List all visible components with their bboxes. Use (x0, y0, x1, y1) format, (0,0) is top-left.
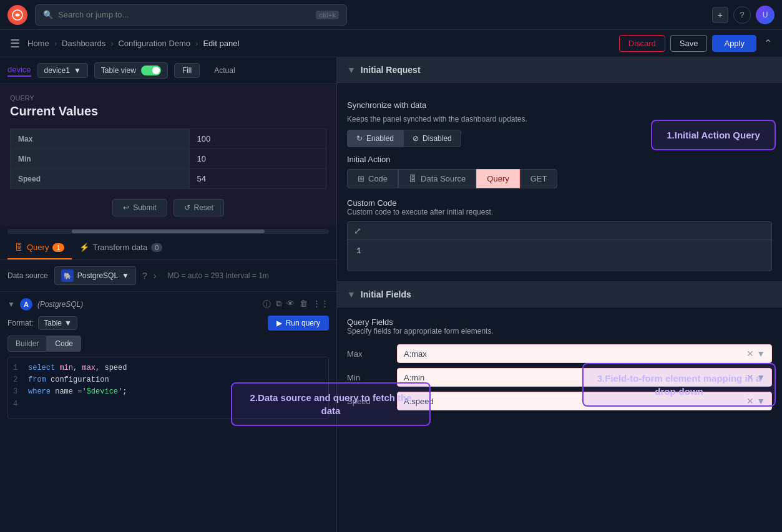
arrow-button[interactable]: › (154, 271, 157, 281)
query-row-header: ▼ A (PostgreSQL) ⓘ ⧉ 👁 🗑 ⋮⋮ (7, 298, 329, 311)
initial-request-header[interactable]: ▼ Initial Request (337, 57, 782, 83)
custom-code-desc: Custom code to execute after initial req… (347, 208, 772, 216)
expand-icon[interactable]: ⤢ (354, 226, 361, 236)
fill-button[interactable]: Fill (174, 63, 200, 78)
callout-3: 3.Field-to-form element mapping in a dro… (582, 363, 776, 407)
disabled-button[interactable]: ⊘ Disabled (403, 130, 461, 147)
builder-tabs: Builder Code (7, 336, 329, 352)
menu-button[interactable]: ☰ (10, 37, 20, 51)
app-logo[interactable] (7, 5, 27, 25)
transform-tab[interactable]: ⚡ Transform data 0 (72, 236, 170, 259)
action-tab-get[interactable]: GET (520, 169, 558, 188)
enabled-label: Enabled (366, 134, 394, 143)
table-row-min: Min 10 (11, 149, 326, 169)
horizontal-scrollbar[interactable] (7, 229, 329, 234)
reset-button[interactable]: ↺ Reset (174, 199, 224, 216)
device-value: device1 (44, 66, 70, 75)
save-button[interactable]: Save (670, 35, 708, 52)
field-clear-max[interactable]: ✕ (746, 349, 754, 359)
eye-icon[interactable]: 👁 (286, 299, 295, 310)
breadcrumb-config-demo[interactable]: Configuration Demo (118, 39, 190, 48)
actual-button[interactable]: Actual (206, 63, 243, 78)
query-tab-badge: 1 (52, 243, 64, 252)
database-icon: 🗄 (15, 243, 23, 252)
query-tabs: 🗄 Query 1 ⚡ Transform data 0 (0, 236, 336, 260)
preview-table: Max 100 Min 10 Speed 54 (10, 128, 326, 189)
action-tab-datasource[interactable]: 🗄 Data Source (398, 169, 476, 188)
query-tab[interactable]: 🗄 Query 1 (7, 236, 72, 259)
copy-icon[interactable]: ⧉ (276, 299, 281, 310)
code-editor-toolbar: ⤢ (348, 222, 771, 240)
sync-section: Synchronize with data Keeps the panel sy… (337, 83, 782, 282)
disabled-label: Disabled (423, 134, 452, 143)
topbar-right: + ? U (712, 6, 775, 24)
navbar: ☰ Home › Dashboards › Configuration Demo… (0, 30, 782, 57)
code-icon: ⊞ (358, 174, 364, 183)
avatar[interactable]: U (756, 6, 775, 24)
info-icon[interactable]: ⓘ (263, 299, 271, 310)
submit-label: Submit (133, 203, 156, 212)
delete-icon[interactable]: 🗑 (300, 299, 308, 310)
sync-label: Synchronize with data (347, 100, 772, 110)
breadcrumb-home[interactable]: Home (27, 39, 49, 48)
datasource-selector[interactable]: 🐘 PostgreSQL ▼ (54, 266, 136, 285)
custom-code-label: Custom Code (347, 198, 772, 208)
action-tabs: ⊞ Code 🗄 Data Source Query GET (347, 169, 772, 188)
left-panel: device device1 ▼ Table view Fill Actual … (0, 57, 337, 532)
device-selector[interactable]: device1 ▼ (37, 63, 88, 78)
format-selector[interactable]: Table ▼ (38, 316, 77, 330)
main-layout: device device1 ▼ Table view Fill Actual … (0, 57, 782, 532)
callout-1: 1.Initial Action Query (651, 120, 776, 150)
collapse-button[interactable]: ⌃ (764, 35, 772, 52)
table-cell-speed-label: Speed (11, 169, 190, 189)
table-cell-max-value: 100 (189, 129, 326, 149)
toggle-switch[interactable] (141, 65, 161, 75)
reset-label: Reset (194, 203, 213, 212)
action-tab-query[interactable]: Query (476, 169, 519, 188)
initial-fields-title: Initial Fields (361, 289, 411, 299)
pause-icon: ⊘ (413, 134, 419, 143)
expand-icon[interactable]: ▼ (7, 300, 15, 309)
code-line-1: 1 select min, max, speed (13, 362, 323, 374)
chevron-down-icon: ▼ (347, 289, 356, 299)
preview-title: Current Values (10, 104, 326, 118)
builder-tab[interactable]: Builder (7, 336, 47, 352)
table-cell-speed-value: 54 (189, 169, 326, 189)
initial-fields-header[interactable]: ▼ Initial Fields (337, 282, 782, 307)
chevron-down-icon[interactable]: ▼ (756, 349, 765, 359)
code-tab[interactable]: Code (47, 336, 81, 352)
format-value: Table (44, 319, 62, 327)
discard-button[interactable]: Discard (619, 35, 665, 52)
submit-button[interactable]: ↩ Submit (112, 199, 167, 216)
action-tab-code-label: Code (368, 174, 388, 183)
breadcrumb-dashboards[interactable]: Dashboards (62, 39, 105, 48)
breadcrumb-current: Edit panel (203, 39, 239, 48)
field-value-max[interactable]: A:max ✕ ▼ (397, 344, 772, 363)
chevron-down-icon: ▼ (64, 319, 72, 327)
refresh-icon: ↻ (356, 134, 363, 143)
help-query-button[interactable]: ? (142, 271, 147, 281)
enabled-button[interactable]: ↻ Enabled (347, 130, 403, 147)
transform-icon: ⚡ (79, 243, 89, 252)
custom-code-editor[interactable]: ⤢ 1 (347, 221, 772, 271)
query-icons: ⓘ ⧉ 👁 🗑 ⋮⋮ (263, 299, 329, 310)
chevron-down-icon: ▼ (122, 271, 129, 280)
search-input[interactable] (58, 10, 311, 19)
table-view-toggle[interactable]: Table view (94, 62, 168, 79)
help-button[interactable]: ? (733, 6, 751, 24)
action-tab-code[interactable]: ⊞ Code (347, 169, 398, 188)
initial-request-title: Initial Request (361, 65, 421, 75)
datasource-label: Data source (7, 271, 48, 280)
add-button[interactable]: + (712, 7, 728, 23)
chevron-down-icon: ▼ (74, 66, 81, 75)
table-cell-max-label: Max (11, 129, 190, 149)
table-cell-min-label: Min (11, 149, 190, 169)
drag-icon[interactable]: ⋮⋮ (313, 299, 329, 310)
preview-area: Query Current Values Max 100 Min 10 Spee… (0, 84, 336, 226)
device-tab[interactable]: device (7, 65, 31, 77)
field-row-max: Max A:max ✕ ▼ (347, 344, 772, 363)
search-bar[interactable]: 🔍 ctrl+k (35, 4, 347, 26)
run-query-button[interactable]: ▶ Run query (268, 316, 329, 331)
action-tab-datasource-label: Data Source (421, 174, 466, 183)
apply-button[interactable]: Apply (712, 35, 756, 52)
